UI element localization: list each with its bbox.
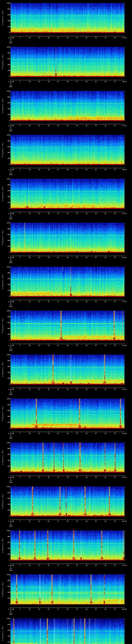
axis-tick <box>10 513 10 513</box>
axis-tick <box>111 168 111 168</box>
axis-tick <box>84 300 85 300</box>
axis-tick <box>113 256 113 256</box>
axis-tick <box>124 409 125 409</box>
axis-tick <box>52 80 52 80</box>
axis-tick <box>71 344 72 344</box>
axis-tick <box>66 475 66 476</box>
y-axis-tick-label: 0 <box>5 515 10 517</box>
axis-tick <box>124 246 126 246</box>
x-axis-end-time-label: 23:00 <box>119 389 130 390</box>
axis-tick <box>10 365 10 365</box>
date-year-label: 2015 <box>6 438 16 439</box>
y-axis-title: Frequency (Hz) <box>2 406 3 421</box>
x-axis-tick-label: 5 <box>17 257 23 258</box>
time-axis-line <box>10 476 124 476</box>
axis-tick <box>68 343 68 344</box>
axis-tick <box>58 563 58 564</box>
y-axis-title: Frequency (Hz) <box>2 186 3 202</box>
axis-tick <box>10 273 10 273</box>
axis-tick <box>84 256 85 256</box>
axis-tick <box>102 344 102 344</box>
axis-tick <box>102 563 102 564</box>
x-axis-tick-label: 10 <box>27 433 32 434</box>
x-axis-tick-label: 35 <box>74 477 80 478</box>
x-axis-start-time-label: 2:14:00 <box>6 37 16 38</box>
spectrogram-stack: Frequency (Hz) 1000 800 600 400 200 0 2:… <box>0 0 132 644</box>
x-axis-tick-label: 10 <box>27 389 32 390</box>
axis-tick <box>10 25 10 25</box>
y-axis-tick-label: 400 <box>5 108 10 110</box>
y-axis-tick-label: 400 <box>5 372 10 373</box>
axis-tick <box>124 101 125 102</box>
axis-tick <box>124 634 125 635</box>
axis-tick <box>113 300 113 300</box>
axis-tick <box>69 300 70 300</box>
axis-tick <box>124 226 125 226</box>
axis-tick <box>10 602 10 603</box>
axis-tick <box>10 232 10 232</box>
axis-tick <box>10 535 10 535</box>
axis-tick <box>124 72 125 72</box>
axis-tick <box>66 212 66 212</box>
y-axis-tick-label: 800 <box>5 492 10 493</box>
axis-tick <box>124 116 125 116</box>
axis-tick <box>117 212 117 212</box>
x-axis-tick-label: 50 <box>102 565 108 566</box>
axis-tick <box>56 475 56 476</box>
y-axis-tick-label: 200 <box>5 554 10 555</box>
axis-tick <box>124 640 125 641</box>
axis-tick <box>66 387 66 388</box>
axis-tick <box>81 475 81 476</box>
axis-tick <box>71 36 72 36</box>
x-axis-tick-label: 30 <box>65 81 70 82</box>
axis-tick <box>10 9 10 9</box>
axis-tick <box>10 424 10 424</box>
axis-tick <box>52 168 52 168</box>
date-year-label: 2015 <box>6 86 16 88</box>
axis-tick <box>26 124 26 124</box>
time-axis-line <box>10 388 124 388</box>
axis-tick <box>115 343 115 344</box>
y-axis-tick-label: 200 <box>5 70 10 71</box>
axis-tick <box>124 208 126 208</box>
x-axis-tick-label: 45 <box>93 81 99 82</box>
axis-tick <box>10 510 10 510</box>
axis-tick <box>124 119 125 119</box>
axis-tick <box>84 80 85 80</box>
axis-tick <box>10 183 10 184</box>
date-year-label: 2015 <box>6 218 16 219</box>
axis-tick <box>124 12 125 12</box>
axis-tick <box>81 212 81 212</box>
axis-tick <box>100 344 100 344</box>
axis-tick <box>124 472 126 472</box>
axis-tick <box>124 424 125 424</box>
axis-tick <box>88 300 88 300</box>
axis-tick <box>81 563 81 564</box>
x-axis-tick-label: 15 <box>36 257 42 258</box>
axis-tick <box>98 80 98 80</box>
axis-tick <box>115 475 115 476</box>
axis-tick <box>20 211 20 212</box>
axis-tick <box>94 36 94 36</box>
y-axis-tick-label: 800 <box>5 624 10 625</box>
axis-tick <box>124 638 125 638</box>
axis-tick <box>117 168 117 168</box>
axis-tick <box>71 475 72 476</box>
axis-tick <box>43 124 43 124</box>
axis-tick <box>20 475 20 476</box>
axis-tick <box>10 343 11 344</box>
axis-tick <box>41 124 41 124</box>
axis-tick <box>124 185 126 185</box>
axis-tick <box>124 4 125 5</box>
y-axis-tick-label: 800 <box>5 228 10 230</box>
axis-tick <box>37 212 37 212</box>
date-month-label: Jul <box>6 392 16 394</box>
x-axis-tick-label: 25 <box>55 81 61 82</box>
axis-tick <box>10 6 10 6</box>
axis-tick <box>124 415 125 415</box>
axis-tick <box>124 57 125 58</box>
axis-tick <box>10 207 10 207</box>
axis-tick <box>75 387 75 388</box>
axis-tick <box>10 278 10 279</box>
axis-tick <box>24 519 24 520</box>
